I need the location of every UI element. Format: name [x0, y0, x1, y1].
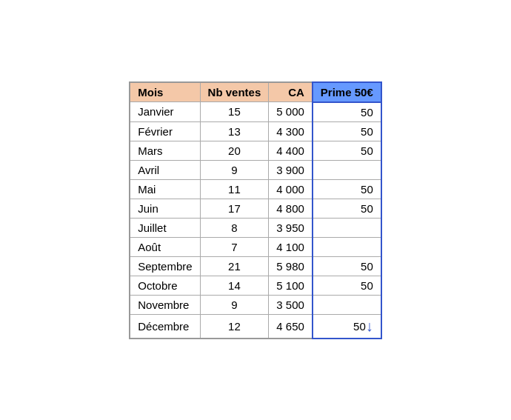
cell-mois: Septembre: [130, 256, 200, 276]
cell-ca: 4 800: [269, 199, 313, 218]
table-row: Janvier155 00050: [130, 102, 381, 122]
cell-nb-ventes: 11: [200, 179, 269, 199]
cell-prime: 50: [313, 276, 381, 295]
table-row: Février134 30050: [130, 121, 381, 141]
cell-ca: 3 950: [269, 218, 313, 237]
cell-nb-ventes: 13: [200, 121, 269, 141]
cell-prime: [313, 218, 381, 237]
cell-ca: 4 300: [269, 121, 313, 141]
cell-nb-ventes: 21: [200, 256, 269, 276]
cell-mois: Juillet: [130, 218, 200, 237]
cell-mois: Mai: [130, 179, 200, 199]
cell-prime: 50↓: [313, 314, 381, 339]
cell-mois: Janvier: [130, 102, 200, 122]
arrow-down-icon: ↓: [366, 318, 373, 335]
col-header-prime: Prime 50€: [313, 82, 381, 102]
table-row: Décembre124 65050↓: [130, 314, 381, 339]
cell-nb-ventes: 9: [200, 160, 269, 179]
cell-prime: 50: [313, 256, 381, 276]
cell-mois: Février: [130, 121, 200, 141]
cell-ca: 5 000: [269, 102, 313, 122]
cell-nb-ventes: 9: [200, 295, 269, 314]
col-header-ca: CA: [269, 82, 313, 102]
cell-prime: 50: [313, 179, 381, 199]
sales-table: Mois Nb ventes CA Prime 50€ Janvier155 0…: [129, 81, 382, 339]
cell-mois: Août: [130, 237, 200, 256]
cell-nb-ventes: 14: [200, 276, 269, 295]
cell-prime: 50: [313, 121, 381, 141]
cell-prime: [313, 295, 381, 314]
cell-mois: Octobre: [130, 276, 200, 295]
table-row: Septembre215 98050: [130, 256, 381, 276]
cell-mois: Décembre: [130, 314, 200, 339]
cell-prime: 50: [313, 102, 381, 122]
col-header-nb-ventes: Nb ventes: [200, 82, 269, 102]
cell-ca: 3 900: [269, 160, 313, 179]
table-row: Août74 100: [130, 237, 381, 256]
cell-nb-ventes: 8: [200, 218, 269, 237]
table-row: Octobre145 10050: [130, 276, 381, 295]
cell-nb-ventes: 12: [200, 314, 269, 339]
cell-nb-ventes: 7: [200, 237, 269, 256]
cell-mois: Mars: [130, 141, 200, 160]
cell-nb-ventes: 20: [200, 141, 269, 160]
cell-prime: [313, 160, 381, 179]
cell-prime: 50: [313, 199, 381, 218]
col-header-mois: Mois: [130, 82, 200, 102]
cell-ca: 3 500: [269, 295, 313, 314]
table-row: Novembre93 500: [130, 295, 381, 314]
cell-ca: 5 980: [269, 256, 313, 276]
table-row: Juin174 80050: [130, 199, 381, 218]
cell-prime: 50: [313, 141, 381, 160]
cell-ca: 4 100: [269, 237, 313, 256]
table-row: Avril93 900: [130, 160, 381, 179]
cell-ca: 4 650: [269, 314, 313, 339]
cell-nb-ventes: 17: [200, 199, 269, 218]
table-row: Mars204 40050: [130, 141, 381, 160]
cell-ca: 5 100: [269, 276, 313, 295]
cell-prime: [313, 237, 381, 256]
cell-ca: 4 400: [269, 141, 313, 160]
cell-ca: 4 000: [269, 179, 313, 199]
prime-value: 50: [321, 320, 366, 333]
cell-mois: Novembre: [130, 295, 200, 314]
cell-nb-ventes: 15: [200, 102, 269, 122]
cell-mois: Avril: [130, 160, 200, 179]
table-row: Juillet83 950: [130, 218, 381, 237]
table-row: Mai114 00050: [130, 179, 381, 199]
table-wrapper: Mois Nb ventes CA Prime 50€ Janvier155 0…: [129, 81, 382, 339]
cell-mois: Juin: [130, 199, 200, 218]
